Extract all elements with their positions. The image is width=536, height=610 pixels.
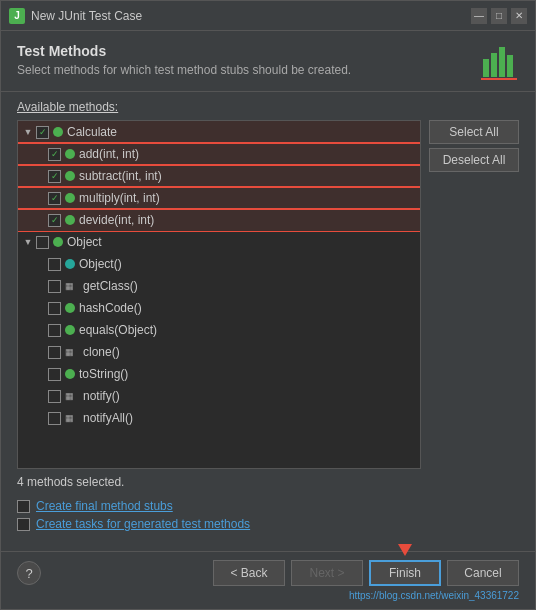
method-name-equals: equals(Object)	[79, 323, 157, 337]
tree-item-hashCode[interactable]: hashCode()	[18, 297, 420, 319]
spacer-add	[34, 148, 46, 160]
svg-rect-0	[483, 59, 489, 77]
checkbox-calculate[interactable]: ✓	[36, 126, 49, 139]
deselect-all-button[interactable]: Deselect All	[429, 148, 519, 172]
option-tasks[interactable]: Create tasks for generated test methods	[17, 517, 519, 531]
tree-item-clone[interactable]: ▦ clone()	[18, 341, 420, 363]
tree-item-notify[interactable]: ▦ notify()	[18, 385, 420, 407]
tree-item-equals[interactable]: equals(Object)	[18, 319, 420, 341]
spacer-clone	[34, 346, 46, 358]
dot-hashCode	[65, 303, 75, 313]
tree-item-add[interactable]: ✓ add(int, int)	[18, 143, 420, 165]
content-area: Available methods: ▼ ✓ Calculate ✓ add(i…	[1, 92, 535, 551]
icon-notify: ▦	[65, 391, 79, 401]
checkbox-equals[interactable]	[48, 324, 61, 337]
select-all-button[interactable]: Select All	[429, 120, 519, 144]
tree-item-object[interactable]: ▼ Object	[18, 231, 420, 253]
maximize-button[interactable]: □	[491, 8, 507, 24]
methods-container: ▼ ✓ Calculate ✓ add(int, int) ✓ subtract	[17, 120, 519, 469]
method-name-devide: devide(int, int)	[79, 213, 154, 227]
method-name-add: add(int, int)	[79, 147, 139, 161]
cancel-button[interactable]: Cancel	[447, 560, 519, 586]
dot-equals	[65, 325, 75, 335]
svg-rect-1	[491, 53, 497, 77]
method-name-subtract: subtract(int, int)	[79, 169, 162, 183]
checkbox-object-constructor[interactable]	[48, 258, 61, 271]
spacer-equals	[34, 324, 46, 336]
checkbox-toString[interactable]	[48, 368, 61, 381]
tree-item-devide[interactable]: ✓ devide(int, int)	[18, 209, 420, 231]
checkbox-getClass[interactable]	[48, 280, 61, 293]
method-name-notifyAll: notifyAll()	[83, 411, 133, 425]
method-name-clone: clone()	[83, 345, 120, 359]
checkbox-notifyAll[interactable]	[48, 412, 61, 425]
checkbox-hashCode[interactable]	[48, 302, 61, 315]
watermark: https://blog.csdn.net/weixin_43361722	[17, 590, 519, 601]
checkbox-devide[interactable]: ✓	[48, 214, 61, 227]
checkbox-subtract[interactable]: ✓	[48, 170, 61, 183]
window-title: New JUnit Test Case	[31, 9, 471, 23]
label-final-stubs: Create final method stubs	[36, 499, 173, 513]
window-icon: J	[9, 8, 25, 24]
selected-count: 4 methods selected.	[17, 475, 519, 489]
methods-list[interactable]: ▼ ✓ Calculate ✓ add(int, int) ✓ subtract	[17, 120, 421, 469]
dot-multiply	[65, 193, 75, 203]
next-button[interactable]: Next >	[291, 560, 363, 586]
footer-buttons: ? < Back Next > Finish Cancel	[17, 560, 519, 586]
expand-icon-object: ▼	[22, 236, 34, 248]
spacer-getClass	[34, 280, 46, 292]
title-bar-buttons: — □ ✕	[471, 8, 527, 24]
dot-object	[53, 237, 63, 247]
checkbox-tasks[interactable]	[17, 518, 30, 531]
icon-clone: ▦	[65, 347, 79, 357]
expand-icon-calculate: ▼	[22, 126, 34, 138]
tree-item-toString[interactable]: toString()	[18, 363, 420, 385]
side-buttons: Select All Deselect All	[429, 120, 519, 469]
option-final-stubs[interactable]: Create final method stubs	[17, 499, 519, 513]
available-methods-label: Available methods:	[17, 100, 519, 114]
checkbox-final-stubs[interactable]	[17, 500, 30, 513]
finish-button[interactable]: Finish	[369, 560, 441, 586]
tree-item-multiply[interactable]: ✓ multiply(int, int)	[18, 187, 420, 209]
minimize-button[interactable]: —	[471, 8, 487, 24]
dot-add	[65, 149, 75, 159]
tree-item-calculate[interactable]: ▼ ✓ Calculate	[18, 121, 420, 143]
dot-toString	[65, 369, 75, 379]
options-section: Create final method stubs Create tasks f…	[17, 495, 519, 543]
method-name-object-constructor: Object()	[79, 257, 122, 271]
checkbox-object[interactable]	[36, 236, 49, 249]
spacer-notifyAll	[34, 412, 46, 424]
spacer-notify	[34, 390, 46, 402]
checkbox-add[interactable]: ✓	[48, 148, 61, 161]
help-button[interactable]: ?	[17, 561, 41, 585]
dot-devide	[65, 215, 75, 225]
tree-item-getClass[interactable]: ▦ getClass()	[18, 275, 420, 297]
icon-getClass: ▦	[65, 281, 79, 291]
spacer-hashCode	[34, 302, 46, 314]
spacer-obj-constructor	[34, 258, 46, 270]
tree-item-object-constructor[interactable]: Object()	[18, 253, 420, 275]
svg-rect-2	[499, 47, 505, 77]
header-title: Test Methods	[17, 43, 469, 59]
dot-calculate	[53, 127, 63, 137]
dot-subtract	[65, 171, 75, 181]
dot-object-constructor	[65, 259, 75, 269]
checkbox-notify[interactable]	[48, 390, 61, 403]
method-name-toString: toString()	[79, 367, 128, 381]
footer: ? < Back Next > Finish Cancel https://bl…	[1, 551, 535, 609]
method-name-object: Object	[67, 235, 102, 249]
back-button[interactable]: < Back	[213, 560, 285, 586]
method-name-getClass: getClass()	[83, 279, 138, 293]
method-name-multiply: multiply(int, int)	[79, 191, 160, 205]
title-bar: J New JUnit Test Case — □ ✕	[1, 1, 535, 31]
spacer-subtract	[34, 170, 46, 182]
method-name-notify: notify()	[83, 389, 120, 403]
close-button[interactable]: ✕	[511, 8, 527, 24]
checkbox-multiply[interactable]: ✓	[48, 192, 61, 205]
header-section: Test Methods Select methods for which te…	[1, 31, 535, 92]
svg-rect-3	[507, 55, 513, 77]
checkbox-clone[interactable]	[48, 346, 61, 359]
tree-item-subtract[interactable]: ✓ subtract(int, int)	[18, 165, 420, 187]
tree-item-notifyAll[interactable]: ▦ notifyAll()	[18, 407, 420, 429]
method-name-hashCode: hashCode()	[79, 301, 142, 315]
